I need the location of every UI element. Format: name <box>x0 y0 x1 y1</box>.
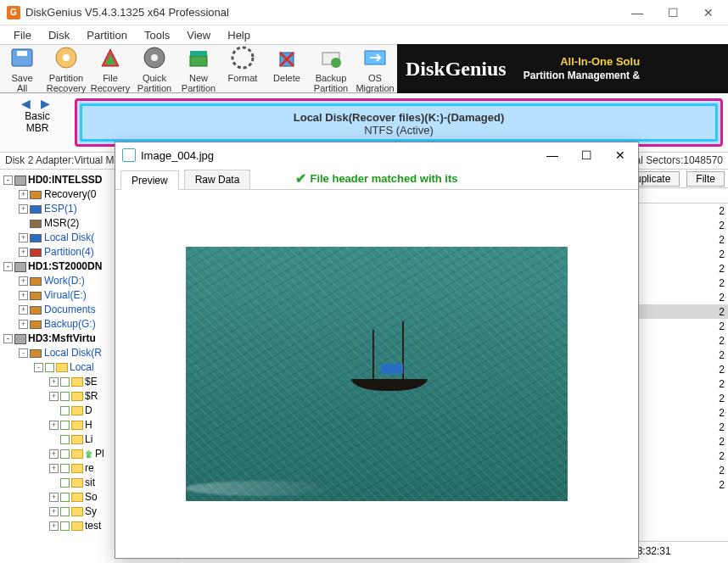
hdd-icon <box>14 262 26 272</box>
partition-icon <box>30 248 42 257</box>
tree-label: Work(D:) <box>44 274 85 288</box>
tree-toggle-icon[interactable]: + <box>19 320 28 329</box>
minimize-button[interactable]: — <box>624 6 650 20</box>
tree-label: $E <box>85 375 98 389</box>
preview-minimize-button[interactable]: — <box>541 148 563 162</box>
checkbox[interactable] <box>60 377 70 387</box>
toolbar-format-button[interactable]: Format <box>221 44 265 93</box>
tab-preview[interactable]: Preview <box>120 170 179 190</box>
menu-partition[interactable]: Partition <box>78 27 136 43</box>
toolbar-backup-button[interactable]: BackupPartition <box>309 44 353 93</box>
tree-toggle-icon[interactable]: + <box>19 248 28 257</box>
toolbar-partrec-button[interactable]: PartitionRecovery <box>44 44 88 93</box>
tree-toggle-icon[interactable]: + <box>19 233 28 242</box>
folder-icon <box>71 493 83 502</box>
checkbox[interactable] <box>60 449 70 459</box>
tree-label: So <box>85 490 98 504</box>
menu-disk[interactable]: Disk <box>40 27 78 43</box>
file-date-trunc: 2 <box>657 407 725 419</box>
checkbox[interactable] <box>45 363 54 372</box>
toolbar-osmig-button[interactable]: OSMigration <box>353 44 397 93</box>
tree-toggle-icon[interactable]: + <box>49 449 59 459</box>
tree-toggle-icon[interactable]: + <box>49 392 59 401</box>
tree-toggle-icon[interactable]: - <box>3 334 13 343</box>
partition-icon <box>30 191 42 199</box>
tree-label: re <box>85 461 94 476</box>
tree-label: Li <box>85 432 92 447</box>
tree-label: Virual(E:) <box>44 288 87 303</box>
delete-icon <box>273 44 300 71</box>
toolbar-newp-button[interactable]: NewPartition <box>176 44 221 93</box>
tree-toggle-icon[interactable]: + <box>49 507 59 516</box>
checkbox[interactable] <box>60 464 70 473</box>
checkbox[interactable] <box>60 507 70 516</box>
disk-nav: ◀ ▶ Basic MBR <box>0 93 75 152</box>
folder-icon <box>56 363 68 372</box>
tree-label: Local Disk( <box>44 231 94 245</box>
menu-file[interactable]: File <box>5 27 40 43</box>
svg-point-15 <box>331 58 341 68</box>
filter-button[interactable]: Filte <box>686 171 725 187</box>
tree-toggle-icon[interactable]: + <box>19 190 28 199</box>
tree-toggle-icon[interactable]: + <box>49 493 59 502</box>
tree-toggle-icon[interactable]: + <box>49 521 59 531</box>
close-button[interactable]: ✕ <box>696 6 721 20</box>
partition-box[interactable]: Local Disk(Recover files)(K:)-(Damaged) … <box>75 98 723 147</box>
tree-label: Pl <box>95 447 104 461</box>
tree-toggle-icon[interactable]: - <box>3 176 13 185</box>
banner-brand: DiskGenius <box>406 58 507 81</box>
preview-tabs: Preview Raw Data ✔ File header matched w… <box>115 168 638 190</box>
delete-marker-icon: 🗑 <box>85 447 93 461</box>
toolbar-quick-button[interactable]: QuickPartition <box>132 44 176 93</box>
partition-icon <box>30 220 42 228</box>
tree-toggle-icon[interactable]: - <box>34 363 43 372</box>
checkbox[interactable] <box>60 406 70 415</box>
tree-toggle-icon[interactable]: - <box>19 348 28 358</box>
checkbox[interactable] <box>60 435 70 444</box>
tree-toggle-icon[interactable]: + <box>19 276 28 286</box>
tree-label: Local Disk(R <box>44 346 102 360</box>
file-date-trunc: 2 <box>657 248 725 260</box>
tree-toggle-icon[interactable]: + <box>19 204 28 214</box>
tree-toggle-icon[interactable]: - <box>3 262 13 271</box>
tree-label: ESP(1) <box>44 202 77 216</box>
tree-toggle-icon[interactable]: + <box>49 377 59 387</box>
preview-body <box>115 190 638 558</box>
tree-toggle-icon[interactable]: + <box>19 305 28 315</box>
file-date-trunc: 2 <box>657 220 725 231</box>
tree-label: D <box>85 404 92 418</box>
checkbox[interactable] <box>60 521 70 531</box>
preview-close-button[interactable]: ✕ <box>609 148 631 162</box>
preview-maximize-button[interactable]: ☐ <box>575 148 597 162</box>
checkbox[interactable] <box>60 493 70 502</box>
partrec-icon <box>53 44 80 71</box>
nav-arrows[interactable]: ◀ ▶ <box>0 97 75 110</box>
menu-help[interactable]: Help <box>219 27 259 43</box>
file-date-trunc: 2 <box>657 421 725 433</box>
checkbox[interactable] <box>60 421 70 430</box>
file-date-trunc: 2 <box>657 349 725 361</box>
tree-toggle-icon[interactable]: + <box>49 464 59 473</box>
toolbar-delete-button[interactable]: Delete <box>265 44 309 93</box>
tree-toggle-icon[interactable]: + <box>19 291 28 300</box>
partition-icon <box>30 349 42 358</box>
folder-icon <box>71 421 83 430</box>
svg-point-7 <box>151 54 158 61</box>
menu-tools[interactable]: Tools <box>136 27 178 43</box>
header-match-message: ✔ File header matched with its <box>295 170 457 187</box>
tree-label: HD1:ST2000DN <box>28 259 102 274</box>
folder-icon <box>71 406 83 415</box>
tab-raw-data[interactable]: Raw Data <box>184 170 251 189</box>
menu-view[interactable]: View <box>178 27 219 43</box>
format-icon <box>229 44 256 71</box>
toolbar-filerec-button[interactable]: FileRecovery <box>88 44 132 93</box>
checkbox[interactable] <box>60 392 70 401</box>
tree-toggle-icon[interactable]: + <box>49 421 59 430</box>
preview-image <box>186 247 568 501</box>
banner-tag2: Partition Management & <box>524 70 640 83</box>
maximize-button[interactable]: ☐ <box>660 6 686 20</box>
checkbox[interactable] <box>60 478 70 488</box>
toolbar-save-button[interactable]: SaveAll <box>0 44 44 93</box>
nav-label2: MBR <box>0 122 75 134</box>
header-match-text: File header matched with its <box>310 172 457 185</box>
